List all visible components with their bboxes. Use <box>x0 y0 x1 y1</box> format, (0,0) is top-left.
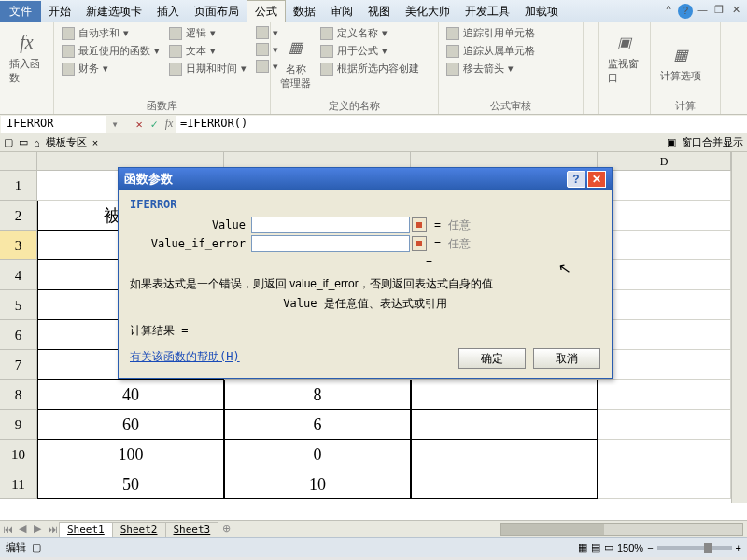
tab-formulas[interactable]: 公式 <box>247 0 286 22</box>
name-manager-button[interactable]: ▦ 名称 管理器 <box>276 25 315 97</box>
dialog-close-button[interactable]: ✕ <box>587 171 606 188</box>
arg2-range-selector[interactable] <box>412 236 427 251</box>
tab-view[interactable]: 视图 <box>360 1 398 22</box>
arg2-input[interactable] <box>251 235 410 252</box>
sheet-icon[interactable]: ▢ <box>4 136 13 148</box>
window-merge-icon[interactable]: ▣ <box>667 136 676 148</box>
window-close-icon[interactable]: ✕ <box>728 4 743 19</box>
select-all-corner[interactable] <box>0 152 37 170</box>
formula-input[interactable]: =IFERROR() <box>176 116 747 133</box>
sheet-tab-2[interactable]: Sheet2 <box>112 522 166 537</box>
text-button[interactable]: 文本 ▾ <box>167 43 248 59</box>
arg1-input[interactable] <box>251 217 410 233</box>
row-10[interactable]: 10 <box>0 440 37 469</box>
name-box[interactable]: IFERROR <box>1 116 106 133</box>
dialog-help-link[interactable]: 有关该函数的帮助(H) <box>130 349 240 365</box>
cell-b11[interactable]: 10 <box>224 469 411 499</box>
tab-dev[interactable]: 开发工具 <box>458 1 517 22</box>
cell-a8[interactable]: 40 <box>37 380 224 410</box>
row-6[interactable]: 6 <box>0 320 37 350</box>
view-break-icon[interactable]: ▭ <box>604 541 613 553</box>
new-sheet-icon[interactable]: ⊕ <box>218 523 233 535</box>
trace-prec-button[interactable]: 追踪引用单元格 <box>444 25 577 41</box>
zoom-in-icon[interactable]: + <box>736 542 741 553</box>
view-normal-icon[interactable]: ▦ <box>578 541 587 553</box>
datetime-button[interactable]: 日期和时间 ▾ <box>167 61 248 77</box>
dialog-titlebar[interactable]: 函数参数 ? ✕ <box>119 168 612 190</box>
next-sheet-icon[interactable]: ▶ <box>30 523 45 535</box>
tab-newtab[interactable]: 新建选项卡 <box>78 1 149 22</box>
cell-a10[interactable]: 100 <box>37 440 224 469</box>
row-3[interactable]: 3 <box>0 231 37 260</box>
tab-addins[interactable]: 加载项 <box>517 1 566 22</box>
row-1[interactable]: 1 <box>0 171 37 201</box>
logical-button[interactable]: 逻辑 ▾ <box>167 25 248 41</box>
row-9[interactable]: 9 <box>0 410 37 440</box>
calc-options-button[interactable]: ▦ 计算选项 <box>656 25 705 97</box>
horizontal-scrollbar[interactable] <box>500 523 743 536</box>
arg1-range-selector[interactable] <box>412 217 427 232</box>
insert-function-button[interactable]: fx 插入函数 <box>6 25 48 87</box>
row-5[interactable]: 5 <box>0 290 37 320</box>
fx-icon: fx <box>12 27 42 57</box>
cell-b8[interactable]: 8 <box>224 380 411 410</box>
first-sheet-icon[interactable]: ⏮ <box>0 524 15 535</box>
template-label[interactable]: 模板专区 <box>46 135 87 149</box>
cell-b9[interactable]: 6 <box>224 410 411 440</box>
sheet-tab-1[interactable]: Sheet1 <box>59 522 113 537</box>
tab-data[interactable]: 数据 <box>286 1 323 22</box>
define-name-button[interactable]: 定义名称 ▾ <box>318 25 421 41</box>
tab-beautify[interactable]: 美化大师 <box>398 1 458 22</box>
tab-file[interactable]: 文件 <box>0 1 41 22</box>
tab-review[interactable]: 审阅 <box>323 1 360 22</box>
ok-button[interactable]: 确定 <box>458 348 526 369</box>
group-names: 定义的名称 <box>276 97 432 113</box>
result-eq: = <box>130 254 600 267</box>
row-11[interactable]: 11 <box>0 469 37 499</box>
last-sheet-icon[interactable]: ⏭ <box>45 524 60 535</box>
cancel-formula-icon[interactable]: ✕ <box>132 118 147 131</box>
logical-icon <box>169 27 182 40</box>
cancel-button[interactable]: 取消 <box>533 348 600 369</box>
financial-button[interactable]: 财务 ▾ <box>60 61 162 77</box>
cell-a9[interactable]: 60 <box>37 410 224 440</box>
ribbon-min-icon[interactable]: ^ <box>661 4 676 19</box>
autosum-button[interactable]: 自动求和 ▾ <box>60 25 162 41</box>
trace-dep-button[interactable]: 追踪从属单元格 <box>444 43 577 59</box>
col-d[interactable]: D <box>598 152 731 170</box>
watch-window-button[interactable]: ▣ 监视窗口 <box>604 25 644 87</box>
view-layout-icon[interactable]: ▤ <box>591 541 600 553</box>
sheet-tab-3[interactable]: Sheet3 <box>165 522 219 537</box>
row-8[interactable]: 8 <box>0 380 37 410</box>
template-close-icon[interactable]: × <box>92 137 98 148</box>
zoom-out-icon[interactable]: − <box>647 542 653 553</box>
row-7[interactable]: 7 <box>0 350 37 380</box>
create-from-sel-button[interactable]: 根据所选内容创建 <box>318 61 421 77</box>
cell-b10[interactable]: 0 <box>224 440 411 469</box>
remove-arrows-button[interactable]: 移去箭头 ▾ <box>444 61 577 77</box>
help-icon[interactable]: ? <box>678 4 693 19</box>
cell-a11[interactable]: 50 <box>37 469 224 499</box>
home-icon[interactable]: ⌂ <box>34 137 40 148</box>
tab-home[interactable]: 开始 <box>41 1 78 22</box>
zoom-slider[interactable] <box>657 546 732 550</box>
row-2[interactable]: 2 <box>0 201 37 231</box>
prev-sheet-icon[interactable]: ◀ <box>15 523 30 535</box>
accept-formula-icon[interactable]: ✓ <box>147 118 162 131</box>
window-restore-icon[interactable]: ❐ <box>712 4 726 19</box>
vertical-scrollbar[interactable] <box>731 152 747 503</box>
folder-icon[interactable]: ▭ <box>19 136 28 148</box>
dialog-help-button[interactable]: ? <box>567 171 585 188</box>
zoom-level[interactable]: 150% <box>617 542 643 553</box>
tab-insert[interactable]: 插入 <box>149 1 187 22</box>
use-in-formula-button[interactable]: 用于公式 ▾ <box>318 43 421 59</box>
datetime-icon <box>169 63 182 76</box>
tab-layout[interactable]: 页面布局 <box>187 1 247 22</box>
dropdown-icon[interactable]: ▾ <box>107 118 122 131</box>
row-4[interactable]: 4 <box>0 260 37 290</box>
window-min-icon[interactable]: — <box>695 4 710 19</box>
recent-fn-button[interactable]: 最近使用的函数 ▾ <box>60 43 162 59</box>
calc-icon: ▦ <box>666 39 696 69</box>
status-record-icon[interactable]: ▢ <box>32 541 41 553</box>
fx-bar-icon[interactable]: fx <box>162 117 176 131</box>
